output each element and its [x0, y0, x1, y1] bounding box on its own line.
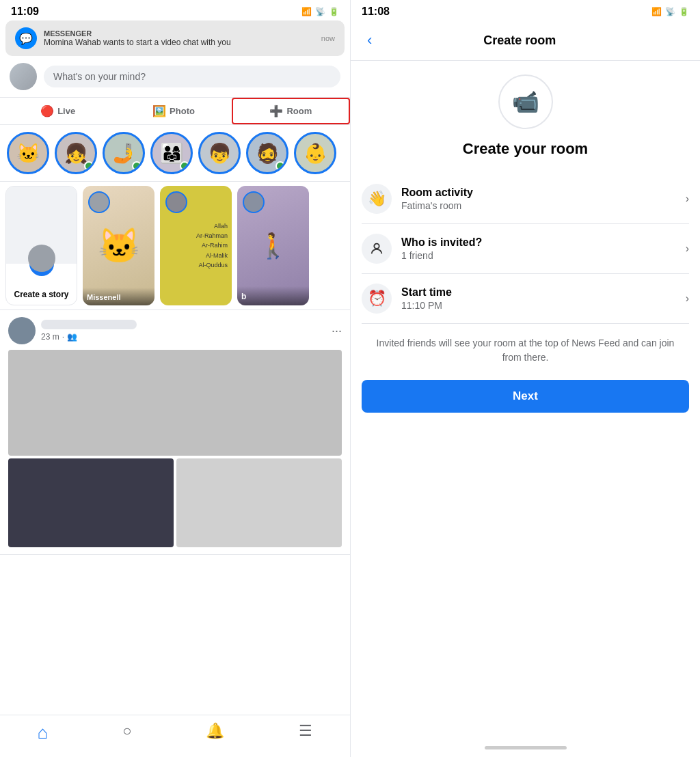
create-story-label: Create a story [6, 284, 77, 305]
composer-input[interactable]: What's on your mind? [44, 66, 340, 87]
live-button[interactable]: 🔴 Live [0, 98, 116, 124]
room-content: 📹 Create your room 👋 Room activity Fatim… [351, 61, 700, 738]
profile-icon: ○ [122, 722, 131, 740]
post-image-right [176, 458, 342, 547]
notif-time: now [321, 34, 335, 42]
room-activity-option[interactable]: 👋 Room activity Fatima's room › [362, 174, 689, 224]
photo-label: Photo [170, 106, 195, 116]
svg-point-0 [374, 244, 379, 249]
story-avatar-1[interactable]: 🐱 [7, 132, 49, 174]
room-label: Room [286, 106, 312, 116]
story-avatar-3[interactable]: 🤳 [103, 132, 145, 174]
right-status-time: 11:08 [362, 5, 390, 18]
story-avatar-5[interactable]: 👦 [198, 132, 241, 174]
right-battery-icon: 🔋 [679, 7, 689, 16]
room-invited-value: 1 friend [401, 250, 676, 261]
post-composer: What's on your mind? [0, 56, 350, 98]
room-invited-icon [362, 234, 392, 264]
post-header: 23 m · 👥 ··· [8, 317, 342, 344]
story-top-avatar-3 [165, 191, 187, 213]
story-card-4[interactable]: 🚶 b [237, 186, 309, 305]
chevron-right-3: › [686, 292, 689, 305]
left-panel: 11:09 📶 📡 🔋 💬 MESSENGER Momina Wahab wan… [0, 0, 350, 757]
post-image-left [8, 458, 174, 547]
battery-icon: 🔋 [329, 7, 339, 16]
room-invited-option[interactable]: Who is invited? 1 friend › [362, 224, 689, 274]
notification-banner[interactable]: 💬 MESSENGER Momina Wahab wants to start … [5, 20, 345, 56]
story-top-avatar-4 [243, 191, 265, 213]
post-action-tabs: 🔴 Live 🖼️ Photo ➕ Room [0, 98, 350, 125]
create-story-top [6, 187, 77, 264]
online-dot-2 [84, 161, 94, 171]
notification-text: MESSENGER Momina Wahab wants to start a … [44, 29, 314, 47]
messenger-icon: 💬 [15, 27, 37, 49]
live-icon: 🔴 [40, 105, 54, 118]
post-image [8, 350, 342, 456]
create-story-card[interactable]: + Create a story [5, 186, 77, 305]
home-icon: ⌂ [37, 722, 48, 743]
home-indicator [351, 738, 700, 757]
story-avatar-7[interactable]: 👶 [294, 132, 336, 174]
room-activity-value: Fatima's room [401, 200, 676, 211]
right-panel: 11:08 📶 📡 🔋 ‹ Create room 📹 Create your … [350, 0, 700, 757]
story-card-name-2: Missenell [87, 293, 150, 301]
video-camera-icon: 📹 [512, 89, 539, 115]
photo-icon: 🖼️ [152, 105, 166, 118]
live-label: Live [57, 106, 75, 116]
user-avatar [10, 63, 37, 90]
post-username-bar [41, 320, 137, 329]
story-card-3[interactable]: AllahAr-RahmanAr-RahimAl-MalikAl-Quddus [160, 186, 232, 305]
status-bar-left: 11:09 📶 📡 🔋 [0, 0, 350, 20]
post-user-avatar [8, 317, 36, 344]
room-start-time-label: Start time [401, 286, 676, 299]
chevron-right-1: › [686, 193, 689, 205]
left-status-icons: 📶 📡 🔋 [301, 7, 339, 16]
privacy-icon: · [62, 332, 64, 342]
post-user-info: 23 m · 👥 [41, 320, 326, 342]
room-start-time-option[interactable]: ⏰ Start time 11:10 PM › [362, 274, 689, 324]
nav-profile-button[interactable]: ○ [122, 722, 131, 743]
story-avatar-2[interactable]: 👧 [55, 132, 97, 174]
create-room-title: Create room [377, 33, 662, 48]
room-button[interactable]: ➕ Room [232, 98, 350, 124]
chevron-right-2: › [686, 243, 689, 255]
stories-content: + Create a story 🐱 Missenell AllahAr-Rah… [0, 182, 350, 310]
post-area: 23 m · 👥 ··· [0, 310, 350, 555]
room-start-time-text: Start time 11:10 PM [401, 286, 676, 311]
bottom-nav: ⌂ ○ 🔔 ☰ [0, 715, 350, 757]
bell-icon: 🔔 [206, 722, 224, 740]
room-activity-icon: 👋 [362, 184, 392, 214]
post-more-button[interactable]: ··· [332, 324, 342, 338]
room-icon-container: 📹 [362, 74, 689, 129]
room-start-time-icon: ⏰ [362, 284, 392, 314]
nav-notifications-button[interactable]: 🔔 [206, 722, 224, 743]
room-start-time-value: 11:10 PM [401, 300, 676, 311]
room-info-text: Invited friends will see your room at th… [362, 324, 689, 377]
online-dot-3 [132, 161, 142, 171]
story-card-name-4: b [241, 292, 305, 301]
left-status-time: 11:09 [11, 5, 39, 18]
room-icon: ➕ [269, 105, 283, 118]
room-activity-label: Room activity [401, 187, 676, 199]
create-room-header: ‹ Create room [351, 20, 700, 61]
online-dot-4 [180, 161, 189, 171]
photo-button[interactable]: 🖼️ Photo [116, 98, 231, 124]
notif-app-name: MESSENGER [44, 29, 314, 38]
signal-icon: 📶 [301, 7, 312, 16]
stories-row: 🐱 👧 🤳 👨‍👩‍👧 👦 🧔 👶 [0, 125, 350, 182]
story-top-avatar-2 [88, 191, 110, 213]
right-wifi-icon: 📡 [665, 7, 675, 16]
story-card-2[interactable]: 🐱 Missenell [83, 186, 154, 305]
back-button[interactable]: ‹ [362, 29, 377, 52]
nav-menu-button[interactable]: ☰ [299, 722, 312, 743]
audience-icon: 👥 [67, 332, 77, 342]
create-your-room-title: Create your room [362, 140, 689, 158]
room-invited-text: Who is invited? 1 friend [401, 236, 676, 261]
next-button[interactable]: Next [362, 380, 689, 413]
room-video-icon: 📹 [498, 74, 553, 129]
story-avatar-6[interactable]: 🧔 [246, 132, 288, 174]
nav-home-button[interactable]: ⌂ [37, 722, 48, 743]
wifi-icon: 📡 [315, 7, 325, 16]
post-time: 23 m [41, 332, 59, 342]
story-avatar-4[interactable]: 👨‍👩‍👧 [150, 132, 193, 174]
